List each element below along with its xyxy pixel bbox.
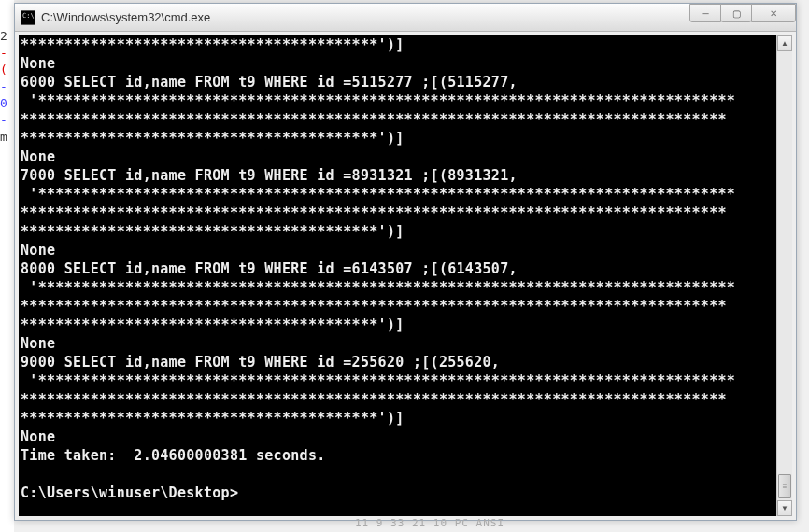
window-title: C:\Windows\system32\cmd.exe [41, 10, 210, 24]
scroll-track[interactable]: ≡ [777, 51, 792, 500]
close-button[interactable]: ✕ [751, 4, 796, 22]
titlebar[interactable]: C:\Windows\system32\cmd.exe ─ ▢ ✕ [15, 4, 796, 32]
cmd-icon [21, 10, 35, 25]
vertical-scrollbar[interactable]: ▲ ≡ ▼ [776, 35, 792, 516]
window-controls: ─ ▢ ✕ [690, 4, 796, 22]
cmd-window: C:\Windows\system32\cmd.exe ─ ▢ ✕ ******… [14, 3, 797, 521]
scroll-thumb[interactable]: ≡ [778, 474, 791, 498]
maximize-button[interactable]: ▢ [720, 4, 752, 22]
scroll-down-button[interactable]: ▼ [777, 500, 792, 516]
console-output[interactable]: ****************************************… [19, 35, 776, 516]
client-area: ****************************************… [15, 32, 796, 520]
scroll-up-button[interactable]: ▲ [777, 35, 792, 51]
background-gutter: 2 - ( - 0 - m [0, 0, 14, 532]
minimize-button[interactable]: ─ [689, 4, 721, 22]
